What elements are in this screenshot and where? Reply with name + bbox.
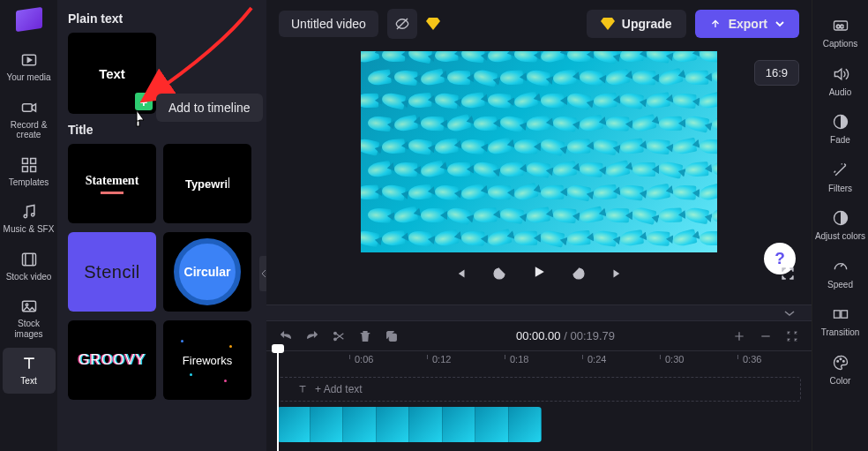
nav-your-media[interactable]: Your media: [3, 44, 56, 90]
rewind-5-icon[interactable]: 5: [491, 266, 507, 282]
palette-icon: [832, 354, 849, 372]
zoom-in-icon[interactable]: [732, 329, 746, 343]
video-icon: [20, 251, 38, 268]
ruler-tick: 0:06: [355, 354, 373, 365]
forward-5-icon[interactable]: 5: [571, 266, 587, 282]
contrast-icon: [832, 209, 849, 227]
right-fade[interactable]: Fade: [814, 105, 867, 154]
video-clip[interactable]: [277, 407, 542, 442]
tile-groovy[interactable]: GROOVY: [68, 320, 156, 400]
templates-icon: [20, 156, 38, 174]
tile-plain-text[interactable]: Text +: [68, 33, 156, 114]
right-adjust-colors[interactable]: Adjust colors: [814, 201, 867, 250]
nav-stock-video[interactable]: Stock video: [3, 244, 56, 289]
project-title[interactable]: Untitled video: [279, 11, 378, 37]
accessibility-toggle[interactable]: [387, 9, 417, 39]
skip-end-icon[interactable]: [610, 266, 625, 282]
ruler-tick: 0:24: [587, 354, 606, 365]
upgrade-button[interactable]: Upgrade: [587, 10, 686, 38]
playhead[interactable]: [277, 350, 279, 451]
chevron-down-icon: [783, 309, 796, 318]
right-captions[interactable]: CC Captions: [814, 9, 867, 57]
right-filters[interactable]: Filters: [814, 154, 867, 202]
tile-circular[interactable]: Circular: [163, 232, 251, 312]
main-area: Untitled video Upgrade Export 16:9 ? 5 5: [266, 0, 812, 451]
svg-rect-2: [22, 158, 27, 163]
add-to-timeline-button[interactable]: +: [135, 93, 153, 110]
tile-fireworks[interactable]: Fireworks: [163, 320, 251, 400]
svg-point-27: [836, 360, 838, 362]
svg-text:CC: CC: [836, 24, 843, 29]
nav-music-sfx[interactable]: Music & SFX: [3, 196, 56, 242]
right-speed[interactable]: Speed: [814, 250, 867, 298]
image-icon: [20, 297, 38, 315]
right-label: Filters: [828, 184, 852, 194]
playback-controls: 5 5: [453, 263, 625, 284]
text-track-placeholder[interactable]: + Add text: [277, 377, 801, 402]
duplicate-icon[interactable]: [385, 329, 399, 343]
svg-rect-26: [841, 311, 847, 318]
time-total: 00:19.79: [570, 329, 615, 342]
preview-collapse-bar[interactable]: [266, 304, 812, 320]
right-label: Speed: [827, 280, 853, 290]
right-audio[interactable]: Audio: [814, 57, 867, 106]
right-transition[interactable]: Transition: [814, 297, 867, 346]
captions-icon: CC: [832, 17, 849, 34]
section-title-heading: Title: [68, 123, 256, 137]
svg-point-7: [31, 214, 34, 216]
underline-accent: [101, 192, 123, 194]
tile-stencil[interactable]: Stencil: [68, 232, 156, 312]
nav-text[interactable]: Text: [3, 348, 56, 394]
right-label: Audio: [829, 87, 852, 98]
ruler-tick: 0:12: [432, 354, 451, 365]
ruler-tick: 0:18: [510, 354, 528, 365]
nav-stock-images[interactable]: Stock images: [3, 290, 56, 346]
nav-templates[interactable]: Templates: [3, 149, 56, 195]
right-label: Color: [830, 376, 851, 387]
aspect-ratio-button[interactable]: 16:9: [754, 60, 799, 86]
nav-label: Record & create: [3, 120, 56, 140]
media-icon: [20, 51, 38, 69]
tile-statement[interactable]: Statement: [68, 144, 156, 223]
svg-point-29: [842, 360, 844, 362]
delete-icon[interactable]: [358, 329, 372, 343]
tooltip-add-to-timeline: Add to timeline: [156, 94, 263, 122]
svg-rect-4: [22, 166, 27, 171]
skip-start-icon[interactable]: [453, 266, 468, 282]
tile-label: Circular: [184, 265, 231, 279]
svg-point-18: [334, 332, 337, 334]
nav-record-create[interactable]: Record & create: [3, 92, 56, 147]
left-sidebar: Your media Record & create Templates Mus…: [0, 0, 57, 451]
nav-label: Stock video: [6, 272, 52, 282]
zoom-out-icon[interactable]: [759, 329, 773, 343]
svg-rect-5: [30, 166, 35, 171]
play-icon[interactable]: [530, 263, 548, 281]
export-button[interactable]: Export: [695, 10, 799, 38]
right-color[interactable]: Color: [814, 346, 867, 395]
split-icon[interactable]: [332, 329, 346, 343]
chevron-down-icon: [774, 19, 785, 29]
upgrade-label: Upgrade: [622, 17, 672, 31]
timeline-ruler[interactable]: 0:060:120:180:240:300:36: [266, 350, 812, 372]
tile-typewriter[interactable]: Typewri: [163, 144, 251, 223]
nav-label: Templates: [9, 177, 49, 188]
eye-off-icon: [394, 16, 410, 32]
camera-icon: [20, 99, 38, 117]
tile-label: Statement: [86, 174, 139, 188]
fade-icon: [832, 113, 849, 131]
fullscreen-icon[interactable]: [780, 266, 796, 282]
svg-text:5: 5: [498, 271, 500, 276]
video-preview[interactable]: [361, 51, 717, 252]
speaker-icon: [832, 65, 849, 83]
nav-label: Text: [20, 376, 36, 387]
timeline-toolbar: 00:00.00 / 00:19.79: [266, 320, 812, 350]
svg-rect-1: [22, 103, 32, 110]
undo-icon[interactable]: [279, 329, 293, 343]
right-label: Adjust colors: [815, 231, 865, 242]
circular-badge: Circular: [174, 238, 241, 305]
panel-collapse-button[interactable]: [259, 256, 266, 291]
redo-icon[interactable]: [305, 329, 319, 343]
svg-point-6: [24, 214, 26, 217]
ruler-tick: 0:36: [743, 354, 761, 365]
fit-icon[interactable]: [785, 329, 799, 343]
